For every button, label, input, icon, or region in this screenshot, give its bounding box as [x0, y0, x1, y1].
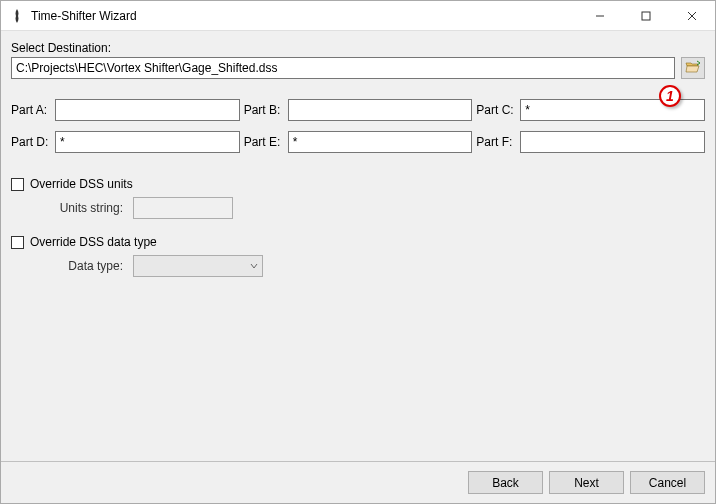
override-type-label: Override DSS data type	[30, 235, 157, 249]
footer: Back Next Cancel	[1, 461, 715, 503]
data-type-combo	[133, 255, 263, 277]
part-f-input[interactable]	[520, 131, 705, 153]
app-icon	[9, 8, 25, 24]
part-d-input[interactable]	[55, 131, 240, 153]
data-type-label: Data type:	[47, 259, 123, 273]
minimize-button[interactable]	[577, 1, 623, 31]
override-units-label: Override DSS units	[30, 177, 133, 191]
part-b-input[interactable]	[288, 99, 473, 121]
parts-grid: Part A: Part B: Part C: Part D: Part E: …	[11, 99, 705, 153]
window-title: Time-Shifter Wizard	[31, 9, 137, 23]
part-a-label: Part A:	[11, 103, 51, 117]
back-button[interactable]: Back	[468, 471, 543, 494]
svg-rect-1	[642, 12, 650, 20]
units-string-label: Units string:	[47, 201, 123, 215]
maximize-button[interactable]	[623, 1, 669, 31]
titlebar: Time-Shifter Wizard	[1, 1, 715, 31]
part-c-label: Part C:	[476, 103, 516, 117]
chevron-down-icon	[250, 261, 258, 272]
wizard-window: Time-Shifter Wizard Select Destination:	[0, 0, 716, 504]
browse-button[interactable]	[681, 57, 705, 79]
content-area: Select Destination: 1 Part A: Part B: Pa…	[1, 31, 715, 461]
part-d-label: Part D:	[11, 135, 51, 149]
part-e-input[interactable]	[288, 131, 473, 153]
callout-1: 1	[659, 85, 681, 107]
part-f-label: Part F:	[476, 135, 516, 149]
units-string-input	[133, 197, 233, 219]
cancel-button[interactable]: Cancel	[630, 471, 705, 494]
destination-input[interactable]	[11, 57, 675, 79]
folder-open-icon	[685, 60, 701, 77]
part-e-label: Part E:	[244, 135, 284, 149]
part-a-input[interactable]	[55, 99, 240, 121]
next-button[interactable]: Next	[549, 471, 624, 494]
select-destination-label: Select Destination:	[11, 41, 705, 55]
close-button[interactable]	[669, 1, 715, 31]
override-units-checkbox[interactable]	[11, 178, 24, 191]
part-b-label: Part B:	[244, 103, 284, 117]
override-type-checkbox[interactable]	[11, 236, 24, 249]
